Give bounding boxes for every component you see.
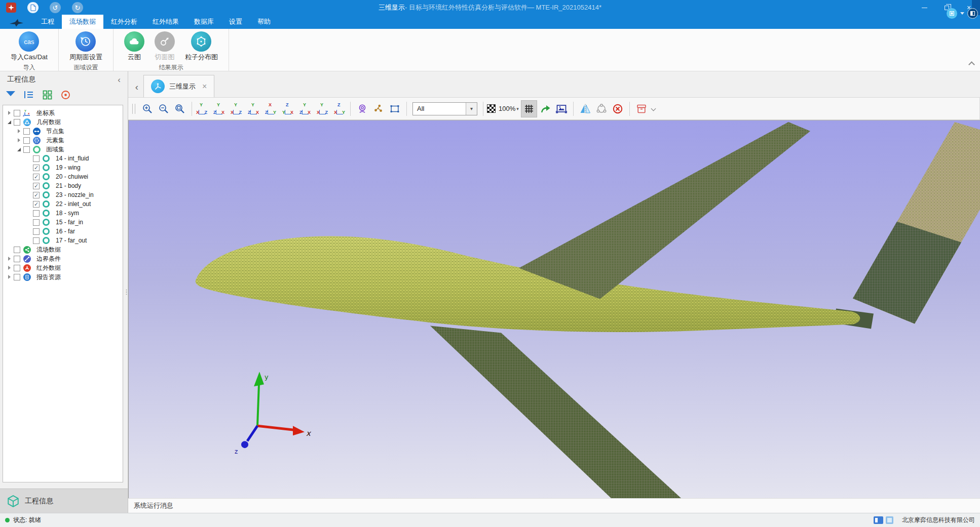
menu-tab-5[interactable]: 设置 xyxy=(221,15,250,29)
splitter-handle[interactable]: ⋮ xyxy=(123,289,130,295)
toolbar-drag-handle[interactable] xyxy=(132,104,135,114)
target-icon[interactable] xyxy=(59,89,72,101)
layout-panel-icon[interactable] xyxy=(874,516,883,524)
tree-row-7[interactable]: ✓20 - chuiwei xyxy=(3,172,123,181)
tree-checkbox[interactable] xyxy=(33,228,40,235)
zoom-fit-icon[interactable] xyxy=(172,100,188,117)
tree-expander-icon[interactable] xyxy=(16,129,22,133)
tree-row-8[interactable]: ✓21 - body xyxy=(3,181,123,190)
tree-checkbox[interactable]: ✓ xyxy=(33,174,40,180)
theme-button[interactable] xyxy=(967,8,978,19)
export-arrow-icon[interactable] xyxy=(537,100,553,117)
tree-expander-icon[interactable] xyxy=(6,120,13,124)
view-iso-1-icon[interactable]: YZX xyxy=(299,102,312,115)
mesh-grid-icon[interactable] xyxy=(521,100,537,117)
tree-checkbox[interactable] xyxy=(33,219,40,226)
tree-checkbox[interactable] xyxy=(14,247,20,253)
tree-checkbox[interactable] xyxy=(33,237,40,244)
mirror-icon[interactable] xyxy=(577,100,593,117)
menu-tab-3[interactable]: 红外结果 xyxy=(145,15,186,29)
tree-row-9[interactable]: ✓23 - nozzle_in xyxy=(3,190,123,199)
style-button[interactable] xyxy=(947,8,957,19)
tree-row-2[interactable]: 节点集 xyxy=(3,127,123,136)
transparency-checker-icon[interactable] xyxy=(487,104,496,113)
ribbon-button-2-0[interactable]: 云图 xyxy=(121,31,148,62)
tree-row-12[interactable]: 15 - far_in xyxy=(3,218,123,227)
camera-icon[interactable] xyxy=(354,100,370,117)
style-dropdown-icon[interactable] xyxy=(960,12,964,15)
tree-checkbox[interactable]: ✓ xyxy=(33,183,40,189)
tree-expander-icon[interactable] xyxy=(6,266,13,270)
filter-icon[interactable] xyxy=(4,89,17,101)
tree-checkbox[interactable] xyxy=(33,155,40,162)
ribbon-collapse-icon[interactable] xyxy=(968,61,975,68)
app-icon[interactable] xyxy=(6,3,16,13)
menu-tab-2[interactable]: 红外分析 xyxy=(103,15,145,29)
menu-tab-4[interactable]: 数据库 xyxy=(186,15,221,29)
minimize-button[interactable] xyxy=(913,0,935,15)
sidebar-bottom-tab[interactable]: 工程信息 xyxy=(0,489,128,513)
grid-icon[interactable] xyxy=(41,89,54,101)
view-iso-2-icon[interactable]: YXZ xyxy=(316,102,329,115)
tree-checkbox[interactable] xyxy=(33,210,40,217)
snapshot-icon[interactable] xyxy=(553,100,570,117)
particles-icon[interactable] xyxy=(370,100,387,117)
view-left-icon[interactable]: YXZ xyxy=(230,102,243,115)
zoom-in-icon[interactable] xyxy=(139,100,156,117)
tab-3d-view[interactable]: 三维显示 × xyxy=(143,75,214,97)
tree-row-11[interactable]: 18 - sym xyxy=(3,209,123,218)
ribbon-button-0-0[interactable]: cas导入Cas/Dat xyxy=(7,31,51,62)
tree-checkbox[interactable]: ✓ xyxy=(33,165,40,171)
tab-close-icon[interactable]: × xyxy=(202,83,207,91)
new-document-icon[interactable] xyxy=(27,2,39,13)
tree-row-4[interactable]: 面域集 xyxy=(3,145,123,154)
zoom-out-icon[interactable] xyxy=(156,100,172,117)
ribbon-button-2-2[interactable]: 粒子分布图 xyxy=(181,31,221,62)
sidebar-collapse-icon[interactable]: ‹ xyxy=(118,75,121,84)
tree-row-1[interactable]: 几何数据 xyxy=(3,117,123,127)
tree-row-15[interactable]: 流场数据 xyxy=(3,245,123,254)
tree-expander-icon[interactable] xyxy=(6,275,13,279)
tree-row-14[interactable]: 17 - far_out xyxy=(3,236,123,245)
tree-checkbox[interactable] xyxy=(23,146,30,153)
package-dropdown-icon[interactable] xyxy=(651,106,656,111)
tree-row-17[interactable]: 红外数据 xyxy=(3,263,123,272)
tab-scroll-left-icon[interactable]: ‹ xyxy=(130,77,143,97)
tree-row-13[interactable]: 16 - far xyxy=(3,227,123,236)
outline-icon[interactable] xyxy=(22,89,35,101)
tree-checkbox[interactable] xyxy=(14,110,20,116)
tree-row-3[interactable]: 元素集 xyxy=(3,136,123,145)
tree-row-18[interactable]: 报告资源 xyxy=(3,272,123,281)
tree-row-10[interactable]: ✓22 - inlet_out xyxy=(3,199,123,209)
menu-tab-6[interactable]: 帮助 xyxy=(250,15,278,29)
tree-checkbox[interactable] xyxy=(23,137,30,144)
viewport-3d[interactable]: x y z xyxy=(128,120,980,498)
delete-icon[interactable] xyxy=(610,100,626,117)
surface-filter-combobox[interactable]: All ▾ xyxy=(412,102,477,115)
tree-row-16[interactable]: 边界条件 xyxy=(3,254,123,263)
view-right-icon[interactable]: YZX xyxy=(247,102,260,115)
combobox-dropdown-icon[interactable]: ▾ xyxy=(466,103,477,115)
tree-checkbox[interactable]: ✓ xyxy=(33,201,40,208)
view-iso-3-icon[interactable]: ZXY xyxy=(333,102,347,115)
tree-checkbox[interactable] xyxy=(14,119,20,126)
ribbon-button-1-0[interactable]: 周期面设置 xyxy=(66,31,106,62)
view-bottom-icon[interactable]: ZYX xyxy=(282,102,295,115)
zoom-dropdown-icon[interactable]: ▾ xyxy=(516,106,519,111)
view-top-icon[interactable]: XZY xyxy=(265,102,278,115)
view-back-icon[interactable]: YZX xyxy=(213,102,226,115)
tree-expander-icon[interactable] xyxy=(6,257,13,261)
select-box-icon[interactable] xyxy=(387,100,403,117)
undo-icon[interactable]: ↺ xyxy=(50,2,61,13)
tree-row-6[interactable]: ✓19 - wing xyxy=(3,163,123,172)
tree-row-0[interactable]: Yzx坐标系 xyxy=(3,108,123,117)
tree-checkbox[interactable] xyxy=(14,265,20,271)
tree-checkbox[interactable] xyxy=(14,274,20,280)
tree-expander-icon[interactable] xyxy=(16,148,22,151)
circle-nodes-icon[interactable] xyxy=(593,100,610,117)
package-icon[interactable] xyxy=(633,100,650,117)
redo-icon[interactable]: ↻ xyxy=(72,2,83,13)
tree-row-5[interactable]: 14 - int_fluid xyxy=(3,154,123,163)
tree-expander-icon[interactable] xyxy=(16,138,22,142)
tree-checkbox[interactable] xyxy=(14,256,20,262)
